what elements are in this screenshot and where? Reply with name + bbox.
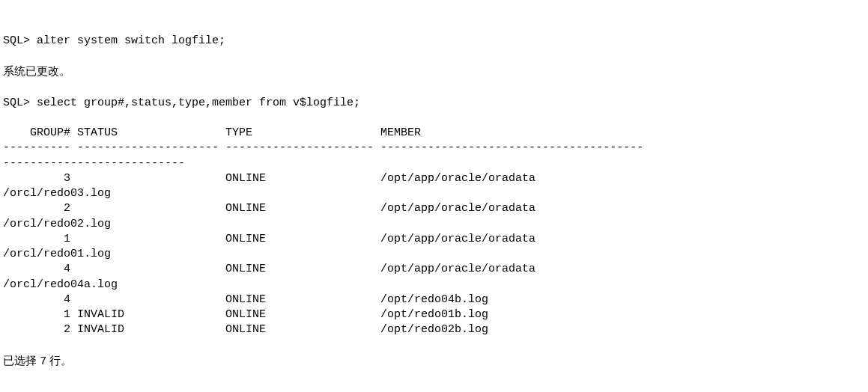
table-row-wrap: /orcl/redo03.log <box>3 187 111 200</box>
sql-command-select: select group#,status,type,member from v$… <box>37 97 360 109</box>
table-row: 3 ONLINE /opt/app/oracle/oradata <box>3 172 535 185</box>
table-row: 1 INVALID ONLINE /opt/redo01b.log <box>3 308 488 321</box>
table-row-wrap: /orcl/redo04a.log <box>3 278 118 291</box>
table-header: GROUP# STATUS TYPE MEMBER <box>3 126 421 139</box>
table-row: 2 INVALID ONLINE /opt/redo02b.log <box>3 323 488 336</box>
rows-selected-suffix: 行。 <box>46 354 72 367</box>
rows-selected-prefix: 已选择 <box>3 354 40 367</box>
table-separator: ---------- --------------------- -------… <box>3 141 643 154</box>
table-row: 2 ONLINE /opt/app/oracle/oradata <box>3 202 535 215</box>
rows-selected-count: 7 <box>40 355 46 368</box>
sql-prompt: SQL> <box>3 97 37 109</box>
table-row-wrap: /orcl/redo02.log <box>3 218 111 230</box>
table-row: 1 ONLINE /opt/app/oracle/oradata <box>3 233 535 245</box>
table-row: 4 ONLINE /opt/app/oracle/oradata <box>3 263 535 275</box>
sql-prompt: SQL> <box>3 34 37 47</box>
table-row: 4 ONLINE /opt/redo04b.log <box>3 293 488 306</box>
table-row-wrap: /orcl/redo01.log <box>3 248 111 260</box>
system-changed-msg: 系统已更改。 <box>3 64 70 77</box>
table-separator: --------------------------- <box>3 157 185 170</box>
sql-command-alter: alter system switch logfile; <box>37 34 225 47</box>
